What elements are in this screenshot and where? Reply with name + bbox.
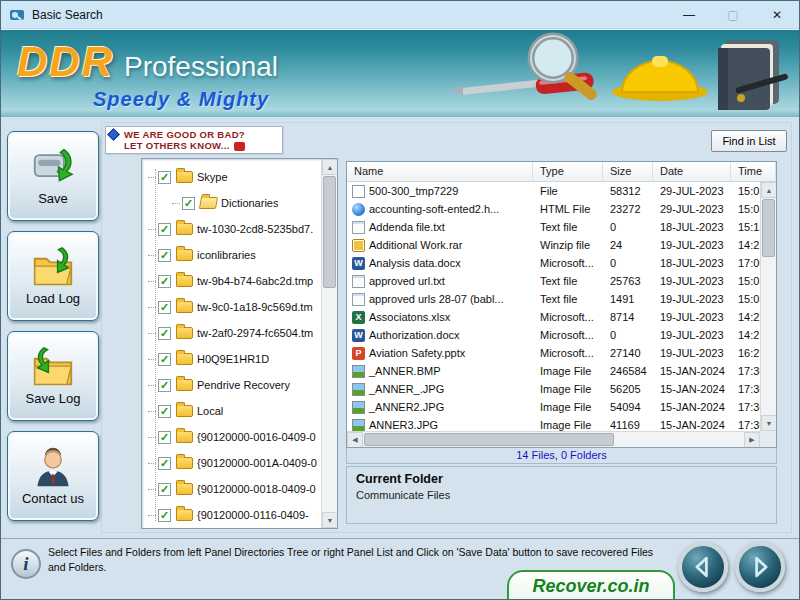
column-header-time[interactable]: Time (731, 162, 776, 181)
contact-us-button[interactable]: Contact us (7, 431, 99, 521)
tree-item-label: {90120000-0116-0409- (197, 509, 309, 521)
file-list-row[interactable]: Additional Work.rar Winzip file 24 19-JU… (347, 236, 760, 254)
file-list-row[interactable]: WAuthorization.docx Microsoft... 0 19-JU… (347, 326, 760, 344)
close-button[interactable]: ✕ (755, 1, 799, 29)
file-time: 17:30 (731, 365, 760, 377)
file-list-row[interactable]: _ANNER.BMP Image File 246584 15-JAN-2024… (347, 362, 760, 380)
file-name: Additional Work.rar (369, 239, 462, 251)
file-list-row[interactable]: _ANNER2.JPG Image File 54094 15-JAN-2024… (347, 398, 760, 416)
file-name: approved urls 28-07 (babl... (369, 293, 504, 305)
scroll-up-icon[interactable]: ▲ (761, 182, 777, 198)
file-list-row[interactable]: accounting-soft-ented2.h... HTML File 23… (347, 200, 760, 218)
folder-icon (176, 509, 193, 521)
file-list-row[interactable]: _ANNER_.JPG Image File 56205 15-JAN-2024… (347, 380, 760, 398)
file-list-vscrollbar[interactable]: ▲ ▼ (760, 182, 776, 431)
file-scroll-thumb[interactable] (762, 199, 775, 257)
tree-item[interactable]: ✓ {90120000-0016-0409-0 (142, 424, 321, 450)
file-list-row[interactable]: approved url.txt Text file 25763 19-JUL-… (347, 272, 760, 290)
tree-item[interactable]: ✓ Pendrive Recovery (142, 372, 321, 398)
tree-item-label: {90120000-0016-0409-0 (197, 431, 316, 443)
minimize-button[interactable]: — (667, 1, 711, 29)
checkbox-checked[interactable]: ✓ (158, 171, 171, 184)
checkbox-checked[interactable]: ✓ (158, 483, 171, 496)
save-log-button-label: Save Log (26, 391, 81, 406)
scroll-down-icon[interactable]: ▼ (322, 512, 338, 528)
tree-item[interactable]: ✓ {90120000-0116-0409- (142, 502, 321, 528)
column-header-date[interactable]: Date (653, 162, 731, 181)
txt-file-icon (352, 275, 365, 288)
tree-item[interactable]: ✓ iconlibraries (142, 242, 321, 268)
banner-art (435, 32, 795, 116)
save-log-button[interactable]: Save Log (7, 331, 99, 421)
checkbox-checked[interactable]: ✓ (158, 301, 171, 314)
file-size: 41169 (603, 419, 653, 431)
file-size: 0 (603, 257, 653, 269)
checkbox-checked[interactable]: ✓ (158, 249, 171, 262)
feedback-banner[interactable]: WE ARE GOOD OR BAD? LET OTHERS KNOW... (105, 126, 283, 154)
word-file-icon: W (352, 257, 365, 270)
tree-item[interactable]: ✓ {90120000-0018-0409-0 (142, 476, 321, 502)
column-header-size[interactable]: Size (603, 162, 653, 181)
file-size: 58312 (603, 185, 653, 197)
file-size: 246584 (603, 365, 653, 377)
back-button[interactable] (678, 542, 728, 592)
directory-tree: ✓ Skype ✓ Dictionaries ✓ tw-1030-2cd8-52… (142, 159, 321, 528)
checkbox-checked[interactable]: ✓ (158, 457, 171, 470)
file-list-row[interactable]: PAviation Safety.pptx Microsoft... 27140… (347, 344, 760, 362)
footer-bar: i Select Files and Folders from left Pan… (1, 538, 799, 600)
file-date: 18-JUL-2023 (653, 257, 731, 269)
checkbox-checked[interactable]: ✓ (158, 223, 171, 236)
recover-brand[interactable]: Recover.co.in (507, 570, 675, 600)
tree-item[interactable]: ✓ tw-1030-2cd8-5235bd7. (142, 216, 321, 242)
file-type: Microsoft... (533, 257, 603, 269)
tree-item[interactable]: ✓ Skype (142, 164, 321, 190)
checkbox-checked[interactable]: ✓ (158, 275, 171, 288)
file-type: Microsoft... (533, 347, 603, 359)
file-list-row[interactable]: Addenda file.txt Text file 0 18-JUL-2023… (347, 218, 760, 236)
folder-icon (176, 405, 193, 417)
file-type: File (533, 185, 603, 197)
load-log-button[interactable]: Load Log (7, 231, 99, 321)
tree-item-label: Skype (197, 171, 228, 183)
tree-item[interactable]: ✓ {90120000-001A-0409-0 (142, 450, 321, 476)
checkbox-checked[interactable]: ✓ (158, 379, 171, 392)
checkbox-checked[interactable]: ✓ (158, 353, 171, 366)
checkbox-checked[interactable]: ✓ (158, 431, 171, 444)
checkbox-checked[interactable]: ✓ (158, 405, 171, 418)
checkbox-checked[interactable]: ✓ (158, 327, 171, 340)
save-button[interactable]: Save (7, 131, 99, 221)
scroll-right-icon[interactable]: ▶ (744, 432, 760, 448)
file-hscroll-thumb[interactable] (364, 433, 614, 446)
column-header-type[interactable]: Type (533, 162, 603, 181)
tree-item[interactable]: ✓ Local (142, 398, 321, 424)
file-size: 0 (603, 221, 653, 233)
file-list-row[interactable]: approved urls 28-07 (babl... Text file 1… (347, 290, 760, 308)
tree-item[interactable]: ✓ tw-9c0-1a18-9c569d.tm (142, 294, 321, 320)
file-list-row[interactable]: ANNER3.JPG Image File 41169 15-JAN-2024 … (347, 416, 760, 431)
tree-item[interactable]: ✓ tw-9b4-b74-6abc2d.tmp (142, 268, 321, 294)
tree-scroll-thumb[interactable] (323, 176, 336, 288)
file-list-row[interactable]: 500-300_tmp7229 File 58312 29-JUL-2023 1… (347, 182, 760, 200)
scroll-up-icon[interactable]: ▲ (322, 159, 338, 175)
scroll-left-icon[interactable]: ◀ (347, 432, 363, 448)
file-size: 0 (603, 329, 653, 341)
file-time: 14:22 (731, 311, 760, 323)
scroll-down-icon[interactable]: ▼ (761, 415, 777, 431)
file-count-status: 14 Files, 0 Folders (346, 448, 777, 464)
forward-button[interactable] (735, 542, 785, 592)
tree-scrollbar[interactable]: ▲ ▼ (321, 159, 337, 528)
file-type: Text file (533, 293, 603, 305)
checkbox-checked[interactable]: ✓ (182, 197, 195, 210)
column-header-name[interactable]: Name (347, 162, 533, 181)
checkbox-checked[interactable]: ✓ (158, 509, 171, 522)
file-type: Microsoft... (533, 311, 603, 323)
file-date: 19-JUL-2023 (653, 311, 731, 323)
file-list-hscrollbar[interactable]: ◀ ▶ (347, 431, 760, 447)
tree-item[interactable]: ✓ Dictionaries (142, 190, 321, 216)
file-list-row[interactable]: WAnalysis data.docx Microsoft... 0 18-JU… (347, 254, 760, 272)
find-in-list-button[interactable]: Find in List (711, 130, 787, 152)
file-name: 500-300_tmp7229 (369, 185, 458, 197)
tree-item[interactable]: ✓ H0Q9E1HR1D (142, 346, 321, 372)
file-list-row[interactable]: XAssociatons.xlsx Microsoft... 8714 19-J… (347, 308, 760, 326)
tree-item[interactable]: ✓ tw-2af0-2974-fc6504.tm (142, 320, 321, 346)
